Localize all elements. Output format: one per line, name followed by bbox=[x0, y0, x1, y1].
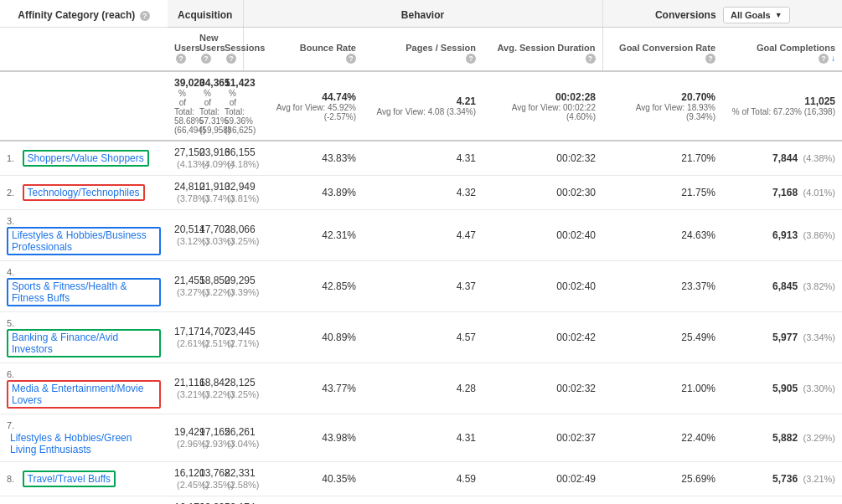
conversions-group-header: Conversions All Goals ▼ bbox=[602, 0, 842, 28]
row-avgsession: 00:02:40 bbox=[483, 261, 602, 312]
row-goalcomp: 5,905 (3.30%) bbox=[722, 363, 842, 414]
table-row: 7. Lifestyles & Hobbies/Green Living Ent… bbox=[0, 414, 842, 462]
row-category: 3. Lifestyles & Hobbies/Business Profess… bbox=[0, 210, 168, 261]
acquisition-group-header: Acquisition bbox=[168, 0, 243, 28]
row-number: 1. bbox=[7, 153, 14, 163]
category-border: Lifestyles & Hobbies/Business Profession… bbox=[7, 227, 161, 255]
summary-users: 39,020 % of Total: 58.68% (66,494) bbox=[168, 71, 193, 141]
summary-row: 39,020 % of Total: 58.68% (66,494) 34,36… bbox=[0, 71, 842, 141]
behavior-group-header: Behavior bbox=[243, 0, 602, 28]
pages-help-icon[interactable]: ? bbox=[466, 54, 476, 64]
sort-desc-icon: ↓ bbox=[831, 54, 835, 63]
row-bounce: 40.35% bbox=[243, 462, 363, 496]
category-border: Technology/Technophiles bbox=[23, 184, 145, 201]
summary-goalconv: 20.70% Avg for View: 18.93% (9.34%) bbox=[602, 71, 722, 141]
row-avgsession: 00:02:32 bbox=[483, 363, 602, 414]
goalcomp-help-icon[interactable]: ? bbox=[819, 54, 829, 64]
col-goalcomp-header: Goal Completions ? ↓ bbox=[722, 28, 842, 72]
table-row: 2. Technology/Technophiles 24,810 (3.78%… bbox=[0, 176, 842, 210]
row-goalcomp: 5,977 (3.34%) bbox=[722, 312, 842, 363]
row-bounce: 43.83% bbox=[243, 141, 363, 176]
row-number: 2. bbox=[7, 188, 14, 198]
sessions-help-icon[interactable]: ? bbox=[226, 54, 236, 64]
row-bounce: 40.89% bbox=[243, 312, 363, 363]
conversions-dropdown[interactable]: All Goals ▼ bbox=[723, 7, 790, 23]
category-link[interactable]: Shoppers/Value Shoppers bbox=[28, 152, 144, 164]
newusers-help-icon[interactable]: ? bbox=[201, 54, 211, 64]
row-goalcomp: 5,736 (3.21%) bbox=[722, 462, 842, 496]
category-border: Media & Entertainment/Movie Lovers bbox=[7, 380, 161, 409]
dropdown-arrow-icon: ▼ bbox=[775, 11, 783, 19]
row-users: 16,120 (2.45%) bbox=[168, 462, 193, 496]
row-pages: 4.28 bbox=[363, 363, 483, 414]
avgsession-help-icon[interactable]: ? bbox=[586, 54, 596, 64]
row-goalcomp: 7,168 (4.01%) bbox=[722, 176, 842, 210]
category-border: Shoppers/Value Shoppers bbox=[23, 150, 149, 167]
row-pages: 4.31 bbox=[363, 414, 483, 462]
row-pages: 4.59 bbox=[363, 462, 483, 496]
category-border: Travel/Travel Buffs bbox=[23, 471, 116, 487]
table-row: 3. Lifestyles & Hobbies/Business Profess… bbox=[0, 210, 842, 261]
group-header-row: Affinity Category (reach) ? Acquisition … bbox=[0, 0, 842, 28]
row-category: 8. Travel/Travel Buffs bbox=[0, 462, 168, 496]
col-avgsession-header: Avg. Session Duration ? bbox=[483, 28, 602, 72]
summary-bounce: 44.74% Avg for View: 45.92% (-2.57%) bbox=[243, 71, 363, 141]
goalconv-help-icon[interactable]: ? bbox=[705, 54, 715, 64]
row-avgsession: 00:02:42 bbox=[483, 312, 602, 363]
category-link[interactable]: Lifestyles & Hobbies/Green Living Enthus… bbox=[10, 432, 132, 455]
table-row: 9. Travel/Business Travelers 16,179 (2.4… bbox=[0, 496, 842, 504]
row-goalconv: 24.63% bbox=[602, 210, 722, 261]
row-avgsession: 00:02:49 bbox=[483, 462, 602, 496]
category-link[interactable]: Banking & Finance/Avid Investors bbox=[12, 332, 118, 355]
category-link[interactable]: Lifestyles & Hobbies/Business Profession… bbox=[12, 229, 147, 253]
row-pages: 4.37 bbox=[363, 261, 483, 312]
category-link[interactable]: Travel/Travel Buffs bbox=[28, 473, 111, 485]
row-users: 21,116 (3.21%) bbox=[168, 363, 193, 414]
row-number: 3. bbox=[7, 216, 14, 226]
row-avgsession: 00:02:30 bbox=[483, 176, 602, 210]
row-goalcomp: 5,574 (3.11%) bbox=[722, 496, 842, 504]
row-goalconv: 25.69% bbox=[602, 462, 722, 496]
row-users: 17,171 (2.61%) bbox=[168, 312, 193, 363]
row-category: 4. Sports & Fitness/Health & Fitness Buf… bbox=[0, 261, 168, 312]
category-help-icon[interactable]: ? bbox=[140, 11, 150, 21]
row-avgsession: 00:02:37 bbox=[483, 414, 602, 462]
category-link[interactable]: Technology/Technophiles bbox=[28, 187, 140, 198]
bounce-help-icon[interactable]: ? bbox=[346, 54, 356, 64]
row-users: 21,455 (3.27%) bbox=[168, 261, 193, 312]
row-category: 6. Media & Entertainment/Movie Lovers bbox=[0, 363, 168, 414]
row-category: 1. Shoppers/Value Shoppers bbox=[0, 141, 168, 176]
table-row: 6. Media & Entertainment/Movie Lovers 21… bbox=[0, 363, 842, 414]
analytics-table: Affinity Category (reach) ? Acquisition … bbox=[0, 0, 842, 504]
row-goalconv: 23.37% bbox=[602, 261, 722, 312]
row-users: 16,179 (2.46%) bbox=[168, 496, 193, 504]
table-row: 5. Banking & Finance/Avid Investors 17,1… bbox=[0, 312, 842, 363]
row-number: 4. bbox=[7, 267, 14, 277]
category-link[interactable]: Sports & Fitness/Health & Fitness Buffs bbox=[12, 280, 127, 304]
col-users-header: Users ? bbox=[168, 28, 193, 72]
category-label: Affinity Category (reach) bbox=[18, 9, 135, 21]
category-link[interactable]: Media & Entertainment/Movie Lovers bbox=[12, 383, 143, 406]
table-row: 8. Travel/Travel Buffs 16,120 (2.45%) 13… bbox=[0, 462, 842, 496]
row-category: 9. Travel/Business Travelers bbox=[0, 496, 168, 504]
row-goalcomp: 7,844 (4.38%) bbox=[722, 141, 842, 176]
category-border: Sports & Fitness/Health & Fitness Buffs bbox=[7, 278, 161, 306]
row-pages: 4.47 bbox=[363, 210, 483, 261]
row-goalcomp: 6,913 (3.86%) bbox=[722, 210, 842, 261]
row-number: 5. bbox=[7, 318, 14, 328]
row-goalconv: 25.49% bbox=[602, 312, 722, 363]
users-help-icon[interactable]: ? bbox=[176, 54, 186, 64]
row-goalcomp: 6,845 (3.82%) bbox=[722, 261, 842, 312]
row-pages: 4.51 bbox=[363, 496, 483, 504]
row-bounce: 43.77% bbox=[243, 363, 363, 414]
row-avgsession: 00:02:40 bbox=[483, 210, 602, 261]
row-number: 7. bbox=[7, 420, 14, 430]
row-category: 7. Lifestyles & Hobbies/Green Living Ent… bbox=[0, 414, 168, 462]
summary-avgsession: 00:02:28 Avg for View: 00:02:22 (4.60%) bbox=[483, 71, 602, 141]
row-avgsession: 00:02:32 bbox=[483, 141, 602, 176]
table-row: 4. Sports & Fitness/Health & Fitness Buf… bbox=[0, 261, 842, 312]
row-users: 24,810 (3.78%) bbox=[168, 176, 193, 210]
col-pages-header: Pages / Session ? bbox=[363, 28, 483, 72]
row-category: 2. Technology/Technophiles bbox=[0, 176, 168, 210]
row-bounce: 43.98% bbox=[243, 414, 363, 462]
